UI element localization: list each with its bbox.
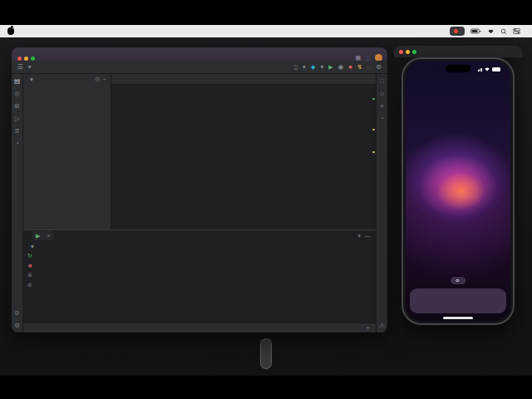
emulator-tool-icon[interactable]: ◔ (380, 115, 384, 122)
simulator-title-bar[interactable] (394, 46, 522, 57)
spotlight-search-pill[interactable] (451, 277, 466, 284)
run-panel: ▶ × ▾ — ▾ (23, 229, 376, 323)
close-window-button[interactable] (399, 50, 403, 54)
stop-process-button[interactable]: ■ (28, 263, 32, 268)
run-panel-controls: ▾ — (357, 233, 371, 239)
code-editor[interactable] (111, 85, 376, 229)
problems-view-icon[interactable]: ⚠ (379, 322, 385, 329)
notifications-icon[interactable]: ◔ (366, 325, 369, 331)
rerun-button[interactable]: ↻ (27, 253, 32, 259)
cellular-signal-icon (478, 68, 483, 71)
iphone-status-bar (406, 65, 510, 73)
iphone-screen[interactable] (406, 62, 510, 321)
project-tool-icon[interactable]: ▤ (14, 77, 20, 85)
device-manager-tool-icon[interactable]: ≡ (380, 102, 383, 110)
notifications-tool-icon[interactable]: □ (380, 77, 384, 85)
run-tab[interactable]: ▶ × (32, 231, 53, 240)
ide-status-bar: ◔ (23, 323, 376, 332)
minimize-window-button[interactable] (406, 50, 410, 54)
simulator-window-controls (399, 50, 416, 54)
zoom-window-button[interactable] (412, 50, 416, 54)
close-icon[interactable]: × (47, 233, 50, 239)
battery-icon (492, 67, 500, 71)
right-tool-stripe: □ ◇ ≡ ◔ ⚠ (376, 74, 387, 332)
run-config-selector[interactable]: ◈ ▾ (311, 63, 324, 71)
collapse-all-icon[interactable]: − (103, 76, 106, 83)
run-button[interactable]: ▶ (328, 64, 332, 71)
project-panel-actions: ⊙ − (95, 76, 106, 83)
run-panel-header: ▶ × ▾ — (23, 230, 376, 241)
iphone-status-icons (478, 66, 501, 71)
desktop: ▦ ⋮ ☰ ▾ ▯ ▾ ◈ ▾ ▶ ◉ ■ (0, 25, 532, 376)
hot-reload-button[interactable]: ↯ (357, 63, 362, 71)
search-icon (456, 279, 459, 283)
clear-console-icon[interactable]: ⊘ (27, 282, 32, 288)
warning-mark (372, 151, 375, 153)
main-menu-icon[interactable]: ☰ (17, 63, 23, 71)
soft-wrap-icon[interactable]: ≣ (27, 272, 32, 278)
ide-work-row: ▾ ⊙ − (23, 74, 376, 229)
menu-bar (0, 25, 532, 37)
macos-dock (260, 338, 272, 369)
ide-center: ▾ ⊙ − (23, 74, 376, 332)
project-panel-header[interactable]: ▾ ⊙ − (23, 74, 111, 85)
console-output[interactable] (37, 251, 376, 323)
ide-window: ☰ ▾ ▯ ▾ ◈ ▾ ▶ ◉ ■ ↯ ◌ ⚙ (12, 61, 387, 332)
project-panel: ▾ ⊙ − (23, 74, 111, 229)
ide-toolbar: ☰ ▾ ▯ ▾ ◈ ▾ ▶ ◉ ■ ↯ ◌ ⚙ (12, 61, 387, 74)
stop-button[interactable]: ■ (348, 64, 352, 70)
menu-bar-status (450, 27, 526, 36)
console-header: ▾ (23, 241, 376, 251)
project-tree (23, 85, 111, 229)
chevron-down-icon: ▾ (321, 63, 324, 71)
battery-icon[interactable] (470, 28, 481, 34)
phone-icon: ▯ (294, 63, 298, 71)
editor-scrollbar[interactable] (372, 86, 375, 228)
flutter-icon: ◈ (311, 63, 316, 71)
chevron-down-icon: ▾ (31, 243, 34, 250)
terminal-tool-icon[interactable]: ⚙ (14, 322, 20, 329)
todo-tool-icon[interactable]: ≣ (14, 127, 19, 135)
home-indicator[interactable] (443, 317, 473, 319)
macos-desktop: { "menu_bar": { "app_name": "Simulator",… (0, 0, 532, 399)
structure-tool-icon[interactable]: ⊞ (14, 102, 19, 110)
chevron-down-icon: ▾ (303, 63, 306, 71)
left-tool-stripe: ▤ ◎ ⊞ ▷ ≣ ◔ ⊘ ⚙ (12, 74, 23, 332)
coverage-tool-icon[interactable]: ◔ (15, 140, 19, 147)
debug-button[interactable]: ◉ (338, 63, 344, 71)
ide-main: ▤ ◎ ⊞ ▷ ≣ ◔ ⊘ ⚙ ▾ ⊙ (12, 74, 387, 332)
iphone-device (401, 57, 515, 325)
screen-recording-timer[interactable] (450, 27, 465, 36)
settings-icon[interactable]: ⚙ (376, 63, 382, 71)
editor-area (111, 74, 376, 229)
device-selector[interactable]: ▯ ▾ (294, 63, 306, 71)
commit-tool-icon[interactable]: ◎ (14, 90, 20, 97)
gradle-tool-icon[interactable]: ◇ (380, 90, 385, 97)
iphone-dock (410, 288, 506, 313)
search-icon[interactable] (500, 28, 507, 35)
problems-tool-icon[interactable]: ⊘ (14, 309, 19, 317)
console-toolbar: ↻ ■ ≣ ⊘ (23, 251, 37, 323)
ok-mark (372, 98, 375, 100)
run-toolbar: ▯ ▾ ◈ ▾ ▶ ◉ ■ ↯ ◌ ⚙ (294, 63, 382, 71)
select-opened-file-icon[interactable]: ⊙ (95, 76, 100, 83)
warning-mark (372, 129, 375, 131)
editor-tab-bar (111, 74, 376, 85)
wifi-icon (484, 66, 490, 71)
console-body: ↻ ■ ≣ ⊘ (23, 251, 376, 323)
record-dot-icon (454, 29, 458, 33)
minimize-panel-icon[interactable]: — (365, 233, 371, 239)
search-everywhere-icon[interactable]: ◌ (367, 63, 371, 71)
run-tool-icon[interactable]: ▷ (15, 115, 20, 122)
project-widget-icon[interactable]: ▾ (28, 63, 32, 71)
hide-panel-icon[interactable]: ▾ (357, 233, 361, 239)
status-bar-widgets: ◔ (336, 325, 369, 331)
control-center-icon[interactable] (513, 28, 520, 34)
run-icon: ▶ (36, 233, 40, 239)
wifi-icon[interactable] (487, 28, 495, 34)
chevron-down-icon: ▾ (30, 76, 33, 83)
apple-menu-icon[interactable] (7, 27, 14, 35)
